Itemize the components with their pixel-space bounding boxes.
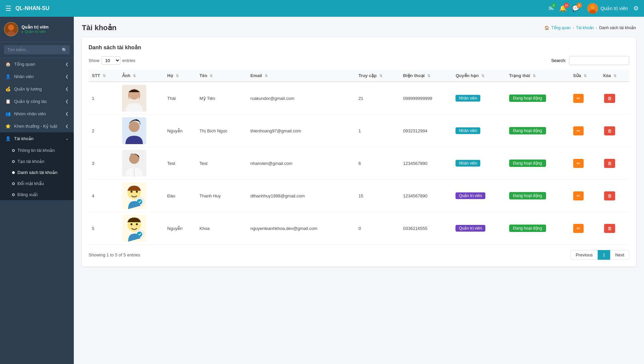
table-footer: Showing 1 to 5 of 5 entries Previous 1 N… bbox=[89, 250, 629, 260]
user-area[interactable]: Quản trị viên bbox=[587, 3, 628, 14]
cell-dien-thoai: 099999999999 bbox=[400, 82, 452, 115]
table-row: 3 Test Test nhanvien@gmail.com 6 1234567… bbox=[89, 147, 629, 180]
cell-quyen-han: Quản trị viên bbox=[452, 212, 505, 245]
mail-icon-wrap[interactable]: ✉ 4 bbox=[549, 5, 554, 12]
pagination: Previous 1 Next bbox=[571, 250, 629, 260]
cell-stt: 2 bbox=[89, 115, 119, 147]
content-area: Tài khoản 🏠 Tổng quan › Tài khoản › Danh… bbox=[74, 17, 644, 364]
role-badge: Nhân viên bbox=[455, 95, 480, 102]
entries-select[interactable]: 10 25 50 100 bbox=[102, 56, 120, 65]
svg-point-10 bbox=[129, 121, 140, 132]
sidebar-label-khen-thuong: Khen thưởng - Kỷ luật bbox=[14, 124, 57, 129]
delete-button[interactable]: 🗑 bbox=[604, 224, 615, 233]
cell-stt: 1 bbox=[89, 82, 119, 115]
sub-nav-tai-khoan: Thông tin tài khoản Tạo tài khoản Danh s… bbox=[0, 145, 74, 200]
pagination-next[interactable]: Next bbox=[610, 250, 629, 260]
pagination-previous[interactable]: Previous bbox=[571, 250, 598, 260]
svg-point-22 bbox=[130, 223, 132, 225]
bell-icon-wrap[interactable]: 🔔 10 bbox=[559, 5, 567, 12]
sidebar-search-icon: 🔍 bbox=[62, 47, 67, 52]
cell-trang-thai: Đang hoạt động bbox=[506, 82, 570, 115]
page-header: Tài khoản 🏠 Tổng quan › Tài khoản › Danh… bbox=[82, 23, 636, 32]
sidebar-item-nhom-nhan-vien[interactable]: 👥 Nhóm nhân viên ❮ bbox=[0, 108, 74, 120]
delete-button[interactable]: 🗑 bbox=[604, 191, 615, 200]
brand-title: QL-NHAN-SU bbox=[15, 5, 549, 11]
edit-button[interactable]: ✏ bbox=[573, 94, 584, 103]
cell-dien-thoai: 1234567890 bbox=[400, 180, 452, 212]
bell-badge: 10 bbox=[564, 3, 569, 8]
cell-anh bbox=[119, 82, 164, 115]
sidebar-label-tong-quan: Tổng quan bbox=[14, 62, 35, 67]
sidebar-item-quan-ly-luong[interactable]: 💰 Quản lý lương ❮ bbox=[0, 83, 74, 95]
account-icon: 👤 bbox=[5, 136, 11, 141]
breadcrumb-tai-khoan[interactable]: Tài khoản bbox=[576, 25, 594, 30]
sidebar-item-tao-tai-khoan[interactable]: Tạo tài khoản bbox=[0, 156, 74, 167]
nav-left-khen-thuong: ⭐ Khen thưởng - Kỷ luật bbox=[5, 124, 57, 129]
cell-trang-thai: Đang hoạt động bbox=[506, 147, 570, 180]
cell-anh bbox=[119, 147, 164, 180]
table-row: 2 Nguyễn Thị Bích Ngọc thienhoang97@gmai… bbox=[89, 115, 629, 147]
cell-truy-cap: 15 bbox=[355, 180, 400, 212]
edit-button[interactable]: ✏ bbox=[573, 159, 584, 168]
settings-icon[interactable]: ⚙ bbox=[633, 5, 639, 12]
cell-trang-thai: Đang hoạt động bbox=[506, 180, 570, 212]
sidebar-item-dang-xuat[interactable]: Đăng xuất bbox=[0, 189, 74, 200]
role-badge: Quản trị viên bbox=[455, 225, 485, 232]
cell-dien-thoai: 0932312994 bbox=[400, 115, 452, 147]
svg-point-1 bbox=[590, 5, 595, 9]
cell-ten: Khoa bbox=[196, 212, 247, 245]
user-avatar-top bbox=[587, 3, 598, 14]
col-email: Email ⇅ bbox=[247, 70, 355, 82]
cell-truy-cap: 0 bbox=[355, 212, 400, 245]
sidebar-item-doi-mat-khau[interactable]: Đổi mật khẩu bbox=[0, 178, 74, 189]
sidebar-search-input[interactable] bbox=[4, 45, 70, 54]
delete-button[interactable]: 🗑 bbox=[604, 94, 615, 103]
chat-icon-wrap[interactable]: 💬 9 bbox=[572, 5, 579, 12]
sidebar-item-quan-ly-cong-tac[interactable]: 📋 Quản lý công tác ❮ bbox=[0, 95, 74, 108]
col-quyen-han: Quyền hạn ⇅ bbox=[452, 70, 505, 82]
sidebar-item-khen-thuong[interactable]: ⭐ Khen thưởng - Kỷ luật ❮ bbox=[0, 120, 74, 132]
sidebar-item-thong-tin[interactable]: Thông tin tài khoản bbox=[0, 145, 74, 156]
sort-ho: ⇅ bbox=[176, 74, 179, 78]
cell-quyen-han: Nhân viên bbox=[452, 147, 505, 180]
sidebar-item-tai-khoan[interactable]: 👤 Tài khoản ⌄ bbox=[0, 132, 74, 145]
sidebar-user-info: Quản trị viên Quản trị viên bbox=[21, 24, 49, 34]
top-navbar: ☰ QL-NHAN-SU ✉ 4 🔔 10 💬 9 Quản trị viên … bbox=[0, 0, 644, 17]
sidebar-label-cong-tac: Quản lý công tác bbox=[14, 99, 47, 104]
edit-button[interactable]: ✏ bbox=[573, 224, 584, 233]
delete-button[interactable]: 🗑 bbox=[604, 126, 615, 135]
sidebar: Quản trị viên Quản trị viên 🔍 🏠 Tổng qua… bbox=[0, 17, 74, 364]
nav-left-quan-ly-luong: 💰 Quản lý lương bbox=[5, 86, 42, 92]
chevron-nhan-vien: ❮ bbox=[65, 74, 68, 79]
edit-button[interactable]: ✏ bbox=[573, 191, 584, 200]
cell-quyen-han: Nhân viên bbox=[452, 82, 505, 115]
cell-ten: Mỹ Tiên bbox=[196, 82, 247, 115]
sidebar-item-nhan-vien[interactable]: 👤 Nhân viên ❮ bbox=[0, 70, 74, 83]
cell-trang-thai: Đang hoạt động bbox=[506, 115, 570, 147]
sort-trang-thai: ⇅ bbox=[533, 74, 536, 78]
cell-email: ruakundor@gmail.com bbox=[247, 82, 355, 115]
sidebar-item-danh-sach[interactable]: Danh sách tài khoản bbox=[0, 167, 74, 178]
breadcrumb-tong-quan[interactable]: Tổng quan bbox=[551, 25, 571, 30]
dot-danh-sach bbox=[12, 171, 15, 174]
col-ho: Họ ⇅ bbox=[164, 70, 196, 82]
sidebar-item-tong-quan[interactable]: 🏠 Tổng quan ❮ bbox=[0, 58, 74, 70]
cell-xoa: 🗑 bbox=[599, 147, 629, 180]
task-icon: 📋 bbox=[5, 99, 11, 104]
dot-doi-mat-khau bbox=[12, 182, 15, 185]
pagination-page-1[interactable]: 1 bbox=[598, 250, 610, 260]
footer-text: Showing 1 to 5 of 5 entries bbox=[89, 252, 140, 257]
svg-point-23 bbox=[136, 223, 138, 225]
edit-button[interactable]: ✏ bbox=[573, 126, 584, 135]
delete-button[interactable]: 🗑 bbox=[604, 159, 615, 168]
col-stt: STT ⇅ bbox=[89, 70, 119, 82]
home-breadcrumb-icon: 🏠 bbox=[544, 25, 549, 30]
cell-dien-thoai: 1234567890 bbox=[400, 147, 452, 180]
search-input[interactable] bbox=[569, 56, 629, 65]
mail-badge: 4 bbox=[551, 3, 556, 8]
sort-quyen-han: ⇅ bbox=[481, 74, 484, 78]
chevron-tong-quan: ❮ bbox=[65, 62, 68, 66]
sidebar-user-role: Quản trị viên bbox=[21, 29, 49, 34]
hamburger-icon[interactable]: ☰ bbox=[5, 4, 11, 12]
sort-xoa: ⇅ bbox=[613, 74, 616, 78]
